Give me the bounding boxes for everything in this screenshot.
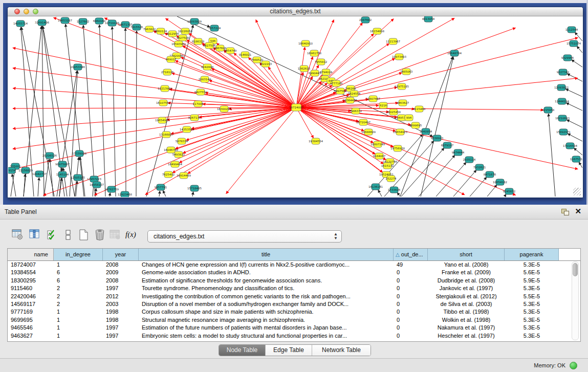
graph-node[interactable]: 10914469	[177, 172, 191, 179]
graph-edge[interactable]	[11, 170, 15, 196]
graph-node[interactable]: 9242848	[201, 64, 214, 70]
close-panel-icon[interactable]: ✕	[575, 207, 581, 216]
graph-edge[interactable]	[572, 60, 582, 67]
graph-edge[interactable]	[136, 31, 137, 196]
graph-node[interactable]: 12923468	[118, 191, 132, 197]
graph-node[interactable]: 994	[405, 115, 413, 121]
table-row[interactable]: 1938455462009Genome-wide association stu…	[8, 269, 580, 276]
column-display-button[interactable]	[28, 228, 41, 242]
graph-node[interactable]: 5878334	[176, 138, 188, 144]
graph-edge[interactable]	[296, 28, 516, 107]
graph-node[interactable]: 19384554	[309, 138, 323, 144]
graph-node[interactable]: 1145194	[56, 171, 69, 178]
graph-edge[interactable]	[177, 36, 296, 107]
graph-node[interactable]: 39154	[8, 167, 16, 173]
tab-edge-table[interactable]: Edge Table	[266, 345, 312, 356]
graph-node[interactable]: 11156829	[18, 167, 33, 173]
graph-edge[interactable]	[95, 188, 96, 196]
graph-node[interactable]: 7932621	[473, 164, 486, 170]
graph-edge[interactable]	[568, 134, 582, 141]
graph-node[interactable]: 20053346	[71, 64, 85, 70]
graph-edge[interactable]	[42, 26, 64, 196]
graph-node[interactable]: 17957223	[87, 176, 101, 182]
graph-node[interactable]: 10653287	[58, 17, 72, 24]
graph-node[interactable]: 1527602	[77, 18, 90, 25]
column-header-out-degree[interactable]: △ out_de...	[394, 249, 428, 260]
graph-edge[interactable]	[575, 32, 582, 41]
graph-node[interactable]: 6460160	[93, 18, 106, 24]
graph-edge[interactable]	[44, 159, 49, 196]
table-row[interactable]: 2242004622012Investigating the contribut…	[8, 293, 580, 300]
graph-edge[interactable]	[110, 193, 111, 196]
graph-node[interactable]: 16782759	[104, 186, 119, 192]
graph-node[interactable]: 9115460	[413, 106, 426, 112]
graph-node[interactable]: 18300295	[217, 106, 231, 112]
graph-edge[interactable]	[296, 38, 578, 107]
graph-node[interactable]: 10025458	[386, 109, 401, 115]
graph-node[interactable]: 1362615	[298, 65, 311, 72]
graph-node[interactable]: 6879197	[441, 142, 454, 148]
graph-node[interactable]: 16093809	[187, 18, 202, 25]
graph-edge[interactable]	[83, 25, 95, 196]
graph-edge[interactable]	[419, 155, 455, 196]
table-vertical-scrollbar[interactable]	[572, 261, 579, 340]
graph-node[interactable]: 7857224	[208, 25, 221, 31]
graph-node[interactable]: 18640910	[298, 40, 313, 47]
select-rows-button[interactable]	[46, 228, 59, 242]
table-row[interactable]: 977716911998Corpus callosum shape and si…	[8, 308, 580, 316]
graph-edge[interactable]	[13, 107, 296, 128]
graph-node[interactable]: 117006	[193, 101, 204, 107]
graph-node[interactable]: 9857791	[155, 184, 167, 190]
graph-node[interactable]: 1733426	[388, 187, 401, 193]
new-column-button[interactable]	[77, 228, 91, 242]
graph-edge[interactable]	[125, 28, 126, 196]
graph-node[interactable]: 20206526	[42, 152, 57, 159]
graph-edge[interactable]	[188, 107, 296, 173]
graph-edge[interactable]	[99, 25, 105, 196]
graph-node[interactable]: 1640954	[420, 128, 432, 135]
graph-edge[interactable]	[401, 148, 444, 196]
minimize-button[interactable]	[24, 9, 29, 14]
graph-node[interactable]: 12042737	[32, 171, 47, 177]
graph-node[interactable]: 6216	[379, 102, 387, 108]
graph-node[interactable]: 32691406	[35, 19, 49, 26]
graph-node[interactable]: 9463627	[397, 100, 409, 106]
tab-network-table[interactable]: Network Table	[312, 345, 371, 356]
graph-node[interactable]: 2935114	[463, 157, 476, 163]
graph-node[interactable]: 9699695	[409, 122, 422, 128]
float-panel-icon[interactable]	[561, 209, 569, 215]
graph-node[interactable]: 9338923	[431, 135, 444, 141]
graph-node[interactable]: 12975185	[395, 83, 409, 90]
zoom-button[interactable]	[33, 9, 38, 14]
graph-node[interactable]: 1167531	[570, 156, 582, 162]
graph-node[interactable]: 14055714	[13, 20, 28, 27]
graph-node[interactable]: 12213967	[386, 38, 400, 45]
table-row[interactable]: 1456911722003Disruption of a novel membe…	[8, 300, 580, 308]
graph-edge[interactable]	[163, 190, 166, 196]
graph-node[interactable]: 8471676	[484, 171, 496, 178]
graph-node[interactable]: 16648784	[447, 50, 462, 56]
table-row[interactable]: 1872400712008Changes of HCN gene express…	[8, 261, 580, 269]
graph-edge[interactable]	[487, 185, 497, 196]
graph-edge[interactable]	[38, 178, 39, 196]
graph-node[interactable]: 16107552	[156, 100, 170, 106]
graph-edge[interactable]	[567, 120, 582, 127]
graph-node[interactable]: 12093822	[554, 84, 569, 91]
column-header-title[interactable]: title	[139, 249, 394, 260]
window-resize-grip[interactable]	[573, 188, 581, 195]
graph-edge[interactable]	[296, 107, 383, 164]
graph-node[interactable]: 969017	[166, 56, 177, 62]
graph-node[interactable]: 9245652	[503, 188, 516, 194]
function-builder-button[interactable]: f(x)	[125, 230, 139, 244]
graph-edge[interactable]	[13, 107, 296, 149]
graph-node[interactable]: 15718485	[187, 185, 202, 191]
scrollbar-thumb[interactable]	[573, 263, 578, 276]
graph-edge[interactable]	[577, 46, 582, 53]
table-row[interactable]: 911546021997Tourette syndrome. Phenomeno…	[8, 285, 580, 292]
graph-node[interactable]: 15720407	[356, 119, 371, 125]
graph-node[interactable]: 1112544	[565, 27, 578, 33]
graph-node[interactable]: 19654923	[393, 129, 407, 135]
graph-edge[interactable]	[566, 103, 582, 111]
graph-edge[interactable]	[567, 74, 582, 81]
table-row[interactable]: 969969511998Structural magnetic resonanc…	[8, 316, 580, 324]
